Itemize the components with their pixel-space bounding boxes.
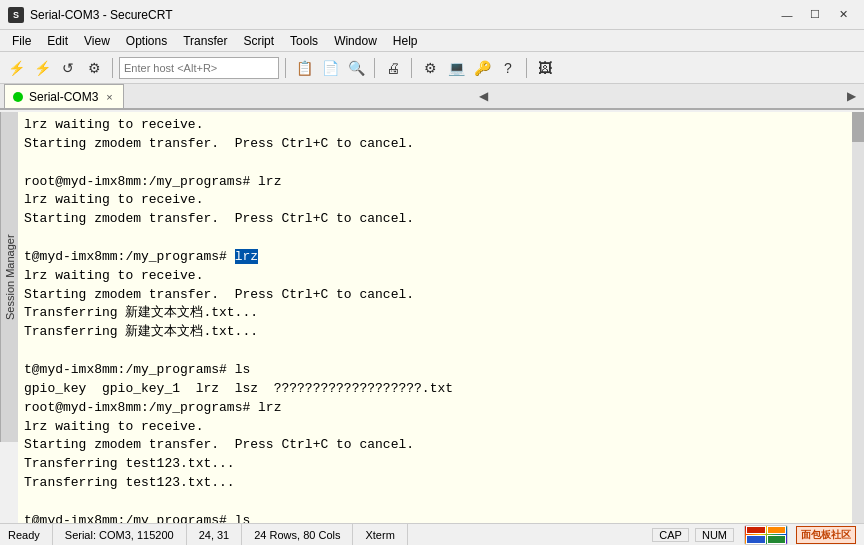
title-bar: S Serial-COM3 - SecureCRT — ☐ ✕ — [0, 0, 864, 30]
maximize-button[interactable]: ☐ — [802, 5, 828, 25]
menu-item-options[interactable]: Options — [118, 32, 175, 50]
toolbar-monitor-btn[interactable]: 💻 — [444, 56, 468, 80]
toolbar-sep-2 — [285, 58, 286, 78]
menu-bar: FileEditViewOptionsTransferScriptToolsWi… — [0, 30, 864, 52]
toolbar-settings-btn[interactable]: ⚙ — [82, 56, 106, 80]
toolbar-copy-btn[interactable]: 📋 — [292, 56, 316, 80]
menu-item-edit[interactable]: Edit — [39, 32, 76, 50]
status-cap: CAP — [652, 528, 689, 542]
status-ready: Ready — [8, 524, 53, 545]
tab-label: Serial-COM3 — [29, 90, 98, 104]
menu-item-window[interactable]: Window — [326, 32, 385, 50]
app-icon: S — [8, 7, 24, 23]
status-terminal-type: Xterm — [353, 524, 407, 545]
tab-bar: Serial-COM3 × ◀ ▶ — [0, 84, 864, 110]
window-title: Serial-COM3 - SecureCRT — [30, 8, 774, 22]
toolbar-gear-btn[interactable]: ⚙ — [418, 56, 442, 80]
toolbar-sep-5 — [526, 58, 527, 78]
toolbar-sep-1 — [112, 58, 113, 78]
toolbar-sep-3 — [374, 58, 375, 78]
menu-item-script[interactable]: Script — [235, 32, 282, 50]
status-bar: Ready Serial: COM3, 115200 24, 31 24 Row… — [0, 523, 864, 545]
toolbar-refresh-btn[interactable]: ↺ — [56, 56, 80, 80]
minimize-button[interactable]: — — [774, 5, 800, 25]
logo-box — [744, 525, 788, 545]
toolbar-find-btn[interactable]: 🔍 — [344, 56, 368, 80]
toolbar-key-btn[interactable]: 🔑 — [470, 56, 494, 80]
scrollbar[interactable] — [852, 112, 864, 523]
toolbar-connect-btn[interactable]: ⚡ — [4, 56, 28, 80]
session-manager-sidebar[interactable]: Session Manager — [0, 112, 18, 442]
terminal-scroll: lrz waiting to receive. Starting zmodem … — [18, 112, 852, 523]
tab-close-button[interactable]: × — [104, 91, 114, 103]
tab-status-dot — [13, 92, 23, 102]
watermark-text: 面包板社区 — [796, 526, 856, 544]
toolbar-print-btn[interactable]: 🖨 — [381, 56, 405, 80]
terminal-output: lrz waiting to receive. Starting zmodem … — [18, 112, 852, 523]
status-serial: Serial: COM3, 115200 — [53, 524, 187, 545]
terminal-container[interactable]: lrz waiting to receive. Starting zmodem … — [18, 112, 864, 523]
close-button[interactable]: ✕ — [830, 5, 856, 25]
toolbar-help-btn[interactable]: ? — [496, 56, 520, 80]
status-dimensions: 24 Rows, 80 Cols — [242, 524, 353, 545]
menu-item-help[interactable]: Help — [385, 32, 426, 50]
status-position: 24, 31 — [187, 524, 243, 545]
toolbar-image-btn[interactable]: 🖼 — [533, 56, 557, 80]
window-controls: — ☐ ✕ — [774, 5, 856, 25]
tab-serial-com3[interactable]: Serial-COM3 × — [4, 84, 124, 108]
menu-item-transfer[interactable]: Transfer — [175, 32, 235, 50]
menu-item-tools[interactable]: Tools — [282, 32, 326, 50]
toolbar-sep-4 — [411, 58, 412, 78]
status-logo: CAP NUM 面包板社区 — [652, 525, 856, 545]
tab-nav-left[interactable]: ◀ — [475, 89, 492, 103]
menu-item-view[interactable]: View — [76, 32, 118, 50]
status-num: NUM — [695, 528, 734, 542]
host-input[interactable] — [119, 57, 279, 79]
toolbar: ⚡ ⚡ ↺ ⚙ 📋 📄 🔍 🖨 ⚙ 💻 🔑 ? 🖼 — [0, 52, 864, 84]
menu-item-file[interactable]: File — [4, 32, 39, 50]
tab-nav-right[interactable]: ▶ — [843, 89, 860, 103]
session-manager-label: Session Manager — [4, 234, 16, 320]
scrollbar-thumb[interactable] — [852, 112, 864, 142]
toolbar-paste-btn[interactable]: 📄 — [318, 56, 342, 80]
toolbar-flash-btn[interactable]: ⚡ — [30, 56, 54, 80]
